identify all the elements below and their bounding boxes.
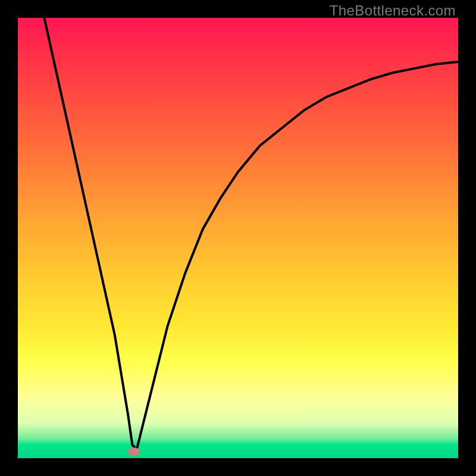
bottleneck-marker xyxy=(128,447,140,456)
bottleneck-curve xyxy=(18,18,458,458)
watermark-label: TheBottleneck.com xyxy=(330,2,456,19)
curve-path xyxy=(44,18,458,449)
